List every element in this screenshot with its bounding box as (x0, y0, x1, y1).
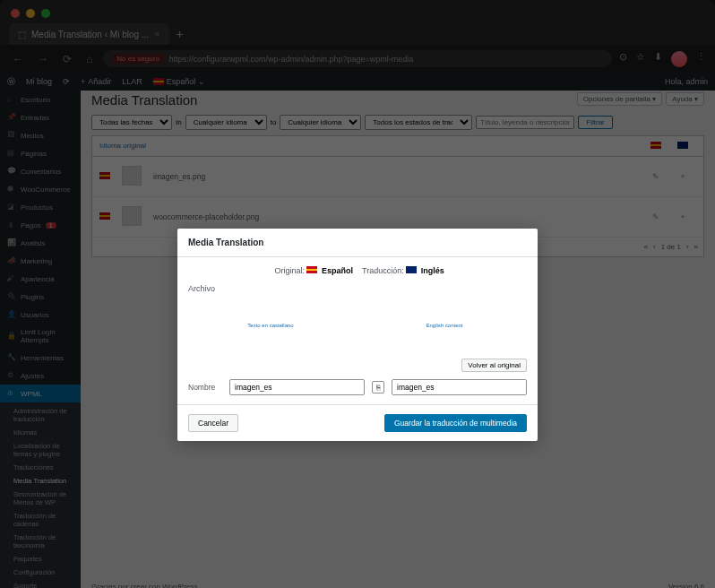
preview-translation[interactable]: English content (362, 300, 527, 350)
flag-en-icon (406, 266, 417, 273)
translation-label: Traducción: (362, 266, 404, 275)
modal-overlay[interactable]: Media Translation Original: Español Trad… (0, 0, 715, 588)
preview-original: Texto en castellano (188, 300, 353, 350)
name-original-input (229, 379, 365, 395)
cancel-button[interactable]: Cancelar (188, 414, 238, 432)
name-translation-input[interactable] (392, 379, 527, 395)
modal-title: Media Translation (177, 229, 538, 257)
name-label: Nombre (188, 383, 222, 392)
copy-icon[interactable]: ⎘ (372, 381, 384, 393)
original-lang: Español (322, 266, 353, 275)
revert-button[interactable]: Volver al original (461, 359, 527, 372)
save-button[interactable]: Guardar la traducción de multimedia (384, 414, 527, 432)
file-label: Archivo (188, 284, 527, 293)
flag-es-icon (306, 266, 317, 273)
original-label: Original: (274, 266, 305, 275)
translation-lang: Inglés (421, 266, 444, 275)
media-translation-modal: Media Translation Original: Español Trad… (177, 229, 538, 441)
